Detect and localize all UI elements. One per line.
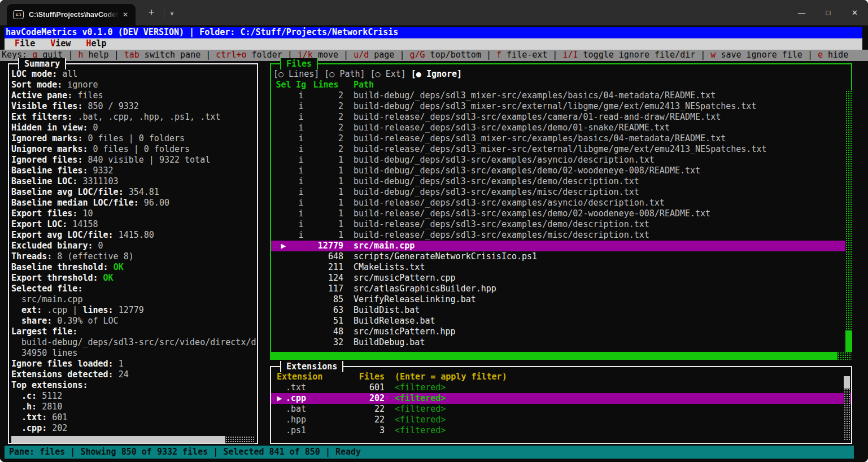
- sort-option-ignore[interactable]: [● Ignore]: [411, 69, 462, 79]
- file-row[interactable]: 63BuildDist.bat: [271, 305, 851, 316]
- file-selected-marker: [273, 176, 294, 187]
- tab-dropdown-icon[interactable]: ∨: [164, 6, 180, 20]
- file-row[interactable]: i2build-debug/_deps/sdl3_mixer-src/exter…: [271, 101, 851, 112]
- new-tab-button[interactable]: +: [142, 6, 160, 20]
- tab-close-icon[interactable]: ✕: [119, 10, 132, 20]
- summary-panel: Summary LOC mode: allSort mode: ignoreAc…: [8, 63, 258, 444]
- extension-row[interactable]: .hpp22<filtered>: [271, 415, 851, 425]
- file-ignore-flag: i: [294, 219, 308, 230]
- close-button[interactable]: ✕: [841, 0, 868, 25]
- files-vscrollbar-thumb[interactable]: [845, 330, 852, 352]
- sort-option-lines[interactable]: [○ Lines]: [273, 69, 319, 79]
- menu-item-help[interactable]: Help: [86, 38, 107, 49]
- extension-selected-marker: [273, 415, 286, 425]
- file-path: build-debug/_deps/sdl3-src/examples/demo…: [343, 176, 843, 187]
- summary-horizontal-scrollbar[interactable]: [11, 436, 255, 443]
- file-selected-marker: ▶: [273, 241, 294, 251]
- file-row[interactable]: i1build-release/_deps/sdl3-src/examples/…: [271, 219, 851, 230]
- summary-row: Extensions detected: 24: [9, 369, 257, 380]
- file-row[interactable]: 51BuildRelease.bat: [271, 316, 851, 326]
- file-selected-marker: [273, 316, 294, 326]
- file-path: VerifyReleaseLinking.bat: [343, 294, 843, 305]
- sort-option-ext[interactable]: [○ Ext]: [370, 69, 406, 79]
- file-row[interactable]: i1build-release/_deps/sdl3-src/examples/…: [271, 208, 851, 219]
- key-hint: h help: [78, 50, 108, 60]
- minimize-button[interactable]: —: [788, 0, 815, 25]
- summary-label: Selected file:: [11, 284, 82, 294]
- file-row[interactable]: 648scripts/GenerateNetworkCrisisIco.ps1: [271, 251, 851, 262]
- key-desc: save ignore file: [716, 50, 802, 60]
- file-lines: 648: [308, 251, 343, 262]
- file-row[interactable]: i1build-debug/_deps/sdl3-src/examples/de…: [271, 176, 851, 187]
- extension-row[interactable]: .ps13<filtered>: [271, 425, 851, 436]
- extensions-vscrollbar-thumb[interactable]: [844, 376, 850, 389]
- file-row[interactable]: i2build-release/_deps/sdl3-src/examples/…: [271, 112, 851, 123]
- summary-value: 1415.80: [114, 230, 154, 240]
- file-ignore-flag: i: [294, 198, 308, 208]
- summary-value: 96.00: [139, 198, 169, 208]
- file-path: CMakeLists.txt: [343, 262, 843, 273]
- extension-filter-status: <filtered>: [385, 393, 842, 404]
- terminal-tab[interactable]: c:\ C:\Stuff\Projects\havCodeMet ✕: [7, 4, 136, 25]
- file-lines: 48: [308, 326, 343, 337]
- summary-value: .bat, .cpp, .hpp, .ps1, .txt: [72, 112, 220, 122]
- file-path: build-release/_deps/sdl3-src/examples/mi…: [343, 230, 843, 241]
- file-row[interactable]: 85VerifyReleaseLinking.bat: [271, 294, 851, 305]
- files-vscrollbar-track[interactable]: [845, 90, 852, 330]
- file-row[interactable]: i1build-release/_deps/sdl3-src/examples/…: [271, 198, 851, 208]
- summary-label: Baseline avg LOC/file:: [11, 187, 124, 197]
- summary-value: 601: [47, 412, 67, 422]
- file-row[interactable]: 211CMakeLists.txt: [271, 262, 851, 273]
- key-hint: i/I toggle ignore file/dir: [562, 50, 695, 60]
- menu-label: iew: [55, 38, 71, 49]
- sort-gap: [365, 69, 370, 79]
- file-row[interactable]: i2build-release/_deps/sdl3_mixer-src/exa…: [271, 133, 851, 144]
- summary-label: .txt:: [21, 412, 47, 422]
- extension-row[interactable]: .bat22<filtered>: [271, 404, 851, 415]
- file-lines: 1: [308, 165, 343, 176]
- summary-label: Baseline files:: [11, 165, 88, 176]
- summary-value: 9332: [88, 165, 113, 176]
- menu-item-file[interactable]: File: [15, 38, 35, 49]
- file-row[interactable]: 117src/atlasGraphicsBuilder.hpp: [271, 284, 851, 294]
- summary-label: Ext filters:: [11, 112, 72, 122]
- file-row[interactable]: 48src/musicPattern.hpp: [271, 326, 851, 337]
- file-row[interactable]: i1build-debug/_deps/sdl3-src/examples/as…: [271, 155, 851, 165]
- file-row[interactable]: i1build-release/_deps/sdl3-src/examples/…: [271, 230, 851, 241]
- file-row[interactable]: 124src/musicPattern.cpp: [271, 273, 851, 284]
- extension-row[interactable]: .txt601<filtered>: [271, 382, 851, 393]
- file-row[interactable]: i2build-release/_deps/sdl3-src/examples/…: [271, 123, 851, 133]
- file-row[interactable]: ▶12779src/main.cpp: [271, 241, 851, 251]
- file-row[interactable]: i2build-debug/_deps/sdl3_mixer-src/examp…: [271, 90, 851, 101]
- summary-scrollbar-thumb[interactable]: [11, 436, 225, 443]
- files-horizontal-scrollbar[interactable]: [270, 352, 852, 360]
- summary-value: 1: [114, 359, 124, 369]
- files-hscrollbar-track[interactable]: [838, 352, 852, 360]
- file-row[interactable]: 32BuildDebug.bat: [271, 337, 851, 348]
- file-selected-marker: [273, 112, 294, 123]
- key-separator: |: [481, 50, 496, 60]
- file-lines: 124: [308, 273, 343, 284]
- key-separator: |: [802, 50, 818, 60]
- key-hint: u/d page: [354, 50, 394, 60]
- extension-name: .ps1: [286, 425, 354, 436]
- extension-filter-status: <filtered>: [385, 404, 842, 415]
- files-hscrollbar-thumb[interactable]: [270, 352, 838, 360]
- maximize-button[interactable]: □: [815, 0, 841, 25]
- key-name: h: [78, 50, 83, 60]
- menu-item-view[interactable]: View: [50, 38, 71, 49]
- file-path: build-release/_deps/sdl3-src/examples/de…: [343, 208, 843, 219]
- files-vertical-scrollbar[interactable]: [845, 90, 852, 352]
- extension-row[interactable]: ▶.cpp202<filtered>: [271, 393, 851, 404]
- file-selected-marker: [273, 133, 294, 144]
- file-row[interactable]: i2build-release/_deps/sdl3_mixer-src/ext…: [271, 144, 851, 155]
- summary-row: .txt: 601: [9, 412, 257, 423]
- extensions-vscrollbar-track[interactable]: [844, 389, 850, 441]
- key-separator: |: [200, 50, 216, 60]
- file-row[interactable]: i1build-debug/_deps/sdl3-src/examples/mi…: [271, 187, 851, 198]
- file-row[interactable]: i1build-debug/_deps/sdl3-src/examples/de…: [271, 165, 851, 176]
- file-path: build-debug/_deps/sdl3_mixer-src/externa…: [343, 101, 843, 112]
- summary-scrollbar-track[interactable]: [225, 436, 255, 443]
- extensions-vertical-scrollbar[interactable]: [844, 376, 850, 441]
- sort-option-path[interactable]: [○ Path]: [324, 69, 365, 79]
